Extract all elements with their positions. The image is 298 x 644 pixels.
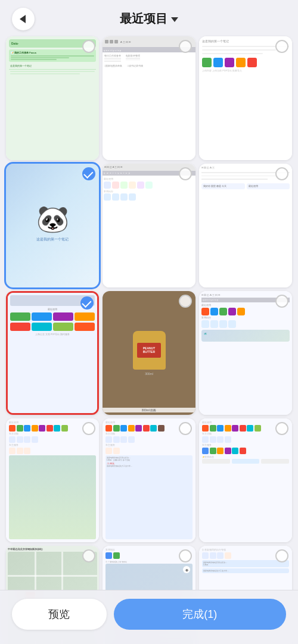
thumbnail-item[interactable]: 最近使用 车主功能 车主服务 [199,418,292,542]
selection-check [179,167,192,180]
thumb-preview: ✉ 回 ◫ A 三 曰 ✉ q w e r t y u i o p 最近使用 常… [199,291,292,415]
title-text: 最近项目 [120,11,167,27]
selection-check [179,295,192,308]
back-arrow-icon [20,15,26,23]
selection-check [275,40,288,53]
thumbnail-item[interactable]: 最近使用 车主功能 车主服务 [103,418,195,542]
done-button[interactable]: 完成(1) [114,599,286,630]
thumbnail-item[interactable]: 这是我的第一个笔记 上传内容 上传当前 PDF导出 批量导入 [199,36,292,160]
thumb-preview: PEANUTBUTTER 300ml 300ml 面酱 [103,291,195,415]
thumb-preview: Data· 📝 我的工作清单 Focus 这是我的第一个笔记 [6,36,99,160]
thumbnail-grid: Data· 📝 我的工作清单 Focus 这是我的第一个笔记 A 三 曰 ✉ [0,34,298,644]
selection-check [82,549,95,562]
thumbnail-item[interactable]: 🐼 这是我的第一个笔记 [6,164,99,287]
thumb-preview: A 三 曰 ✉ q w e r t y u i o p 每日工作准备单 电影影评… [103,36,195,160]
selection-check [179,422,192,435]
thumb-preview: 最近使用 车主功能 车主服务 [6,418,99,542]
selection-check [179,549,192,562]
thumbnail-item[interactable]: Data· 📝 我的工作清单 Focus 这是我的第一个笔记 [6,36,99,160]
header: 最近项目 [0,0,298,34]
selection-check [275,295,288,308]
selection-check [82,40,95,53]
preview-button[interactable]: 预览 [12,599,107,630]
bottom-bar: 预览 完成(1) [0,590,298,644]
selection-check [179,40,192,53]
thumbnail-item[interactable]: ✉ 回 ◫ A 三 曰 ✉ q w e r t y u i o p 最近使用 常… [199,291,292,415]
thumbnail-item[interactable]: ✉ 回 ◫ A 三 我好你 国里 都是 今天 最近使用 [199,164,292,287]
thumb-preview: 这是我的第一个笔记 上传内容 上传当前 PDF导出 批量导入 [199,36,292,160]
dropdown-arrow-icon[interactable] [171,17,178,22]
thumbnail-item[interactable]: ✉ 曰 ◫ A 三 曰 ✉ q w e r t y u i o p 最近使用 常… [103,164,195,287]
thumbnail-item[interactable]: PEANUTBUTTER 300ml 300ml 面酱 [103,291,195,415]
thumb-preview: ✉ 曰 ◫ A 三 曰 ✉ q w e r t y u i o p 最近使用 常… [103,164,195,287]
thumbnail-item[interactable]: A 三 曰 ✉ q w e r t y u i o p 每日工作准备单 电影影评… [103,36,195,160]
back-button[interactable] [12,8,35,30]
selection-check [82,422,95,435]
selection-check [80,296,94,310]
thumb-preview: ✉ 回 ◫ A 三 我好你 国里 都是 今天 最近使用 [199,164,292,287]
thumbnail-item[interactable]: 最近使用 上海公交 文档 PDF导出 预约服务 [6,291,99,415]
page-title: 最近项目 [120,11,178,27]
selection-check [82,167,95,180]
selection-check [275,167,288,180]
selection-check [275,422,288,435]
thumb-preview: 🐼 这是我的第一个笔记 [6,164,99,287]
thumb-preview: 最近使用 上海公交 文档 PDF导出 预约服务 [8,293,97,413]
selection-check [275,549,288,562]
thumb-preview: 最近使用 车主功能 车主服务 [199,418,292,542]
thumb-preview: 最近使用 车主功能 车主服务 [103,418,195,542]
thumbnail-item[interactable]: 最近使用 车主功能 车主服务 [6,418,99,542]
